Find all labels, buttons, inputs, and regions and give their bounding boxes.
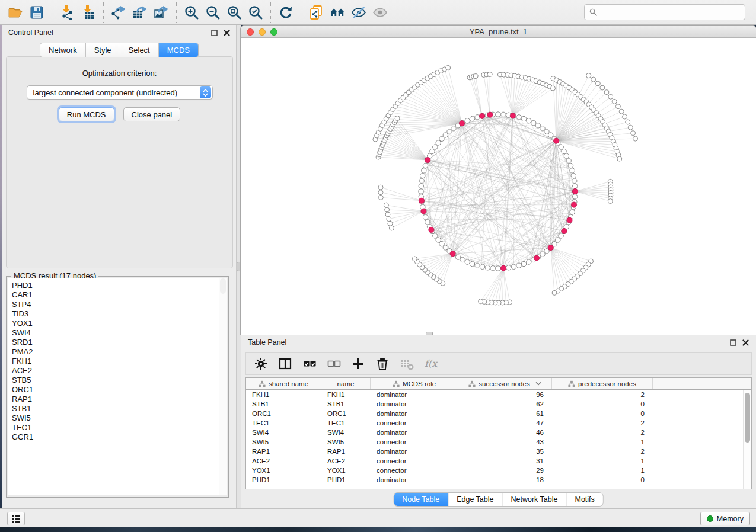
cell-role: connector	[371, 457, 458, 464]
import-network-icon[interactable]	[56, 2, 78, 23]
export-network-icon[interactable]	[108, 2, 129, 23]
vertical-splitter-handle[interactable]	[237, 262, 241, 271]
mcds-result-item[interactable]: SRD1	[8, 338, 219, 347]
table-scrollbar[interactable]	[743, 390, 751, 489]
zoom-selected-icon[interactable]	[245, 2, 266, 23]
mcds-result-item[interactable]: PMA2	[8, 347, 219, 357]
clear-selection-icon[interactable]	[326, 356, 342, 371]
first-neighbors-icon[interactable]	[327, 2, 348, 23]
search-box[interactable]	[584, 4, 745, 20]
search-input[interactable]	[600, 8, 740, 17]
float-table-panel-icon[interactable]	[730, 339, 736, 346]
dropdown-stepper-icon	[200, 86, 211, 98]
close-panel-icon[interactable]	[224, 30, 230, 36]
mcds-result-item[interactable]: FKH1	[8, 357, 219, 366]
cell-shared_name: SWI5	[246, 438, 321, 446]
desktop-wallpaper-strip	[0, 527, 756, 532]
network-window-titlebar[interactable]: YPA_prune.txt_1	[241, 26, 756, 38]
control-panel-tabbar: NetworkStyleSelectMCDS	[40, 43, 198, 57]
memory-button[interactable]: Memory	[700, 512, 750, 525]
mcds-result-item[interactable]: TEC1	[8, 423, 219, 432]
mcds-result-item[interactable]: SWI5	[8, 414, 219, 423]
export-table-icon[interactable]	[129, 2, 151, 23]
optimization-criterion-select[interactable]: largest connected component (undirected)	[27, 85, 213, 100]
mcds-result-item[interactable]: ORC1	[8, 385, 219, 395]
close-panel-button[interactable]: Close panel	[123, 107, 181, 121]
table-row[interactable]: TEC1TEC1connector472	[246, 418, 751, 428]
table-row[interactable]: SWI5SWI5connector431	[246, 437, 751, 447]
cell-successors: 43	[458, 438, 552, 446]
task-history-button[interactable]	[7, 512, 25, 525]
zoom-fit-icon[interactable]	[224, 2, 245, 23]
result-list-scrollbar[interactable]	[219, 278, 227, 495]
delete-row-icon[interactable]	[375, 356, 390, 371]
tab-select[interactable]: Select	[120, 43, 159, 57]
mcds-result-item[interactable]: GCR1	[8, 432, 219, 442]
zoom-out-icon[interactable]	[202, 2, 224, 23]
column-header-shared-name[interactable]: shared name	[246, 378, 321, 389]
open-file-icon[interactable]	[5, 2, 26, 23]
cell-predecessors: 2	[552, 391, 653, 398]
mcds-result-list[interactable]: PHD1CAR1STP4TID3YOX1SWI4SRD1PMA2FKH1ACE2…	[8, 278, 219, 495]
run-mcds-button[interactable]: Run MCDS	[59, 107, 114, 121]
tab-style[interactable]: Style	[86, 43, 120, 57]
network-graph[interactable]	[241, 38, 756, 335]
cell-successors: 31	[458, 457, 552, 464]
table-tabbar: Node TableEdge TableNetwork TableMotifs	[394, 493, 603, 506]
mcds-result-item[interactable]: CAR1	[8, 290, 219, 300]
vertical-splitter[interactable]	[237, 25, 241, 508]
tab-mcds[interactable]: MCDS	[159, 43, 198, 57]
table-row[interactable]: SWI4SWI4dominator462	[246, 428, 751, 437]
cell-shared_name: RAP1	[246, 448, 321, 455]
column-header-MCDS-role[interactable]: MCDS role	[371, 378, 458, 389]
column-header-predecessor-nodes[interactable]: predecessor nodes	[552, 378, 653, 389]
mcds-result-item[interactable]: STP4	[8, 300, 219, 309]
table-scrollbar-thumb[interactable]	[745, 393, 750, 443]
close-table-panel-icon[interactable]	[742, 339, 749, 346]
export-image-icon[interactable]	[151, 2, 172, 23]
column-header-filler	[653, 378, 751, 389]
mcds-result-item[interactable]: TID3	[8, 309, 219, 319]
gear-icon[interactable]	[253, 356, 269, 371]
table-row[interactable]: PHD1PHD1dominator180	[246, 475, 751, 485]
mcds-result-item[interactable]: SWI4	[8, 328, 219, 338]
table-row[interactable]: ORC1ORC1dominator610	[246, 409, 751, 418]
tab-network-table[interactable]: Network Table	[503, 493, 567, 506]
table-row[interactable]: YOX1YOX1connector291	[246, 466, 751, 475]
table-row[interactable]: ACE2ACE2connector311	[246, 456, 751, 466]
mcds-result-item[interactable]: RAP1	[8, 395, 219, 404]
cell-successors: 47	[458, 419, 552, 427]
table-row[interactable]: STB1STB1dominator620	[246, 399, 751, 409]
add-row-icon[interactable]	[350, 356, 366, 371]
import-table-icon[interactable]	[78, 2, 99, 23]
mcds-result-item[interactable]: ACE2	[8, 366, 219, 376]
zoom-in-icon[interactable]	[181, 2, 202, 23]
status-bar: Memory	[0, 508, 756, 527]
column-header-name[interactable]: name	[321, 378, 371, 389]
mcds-result-item[interactable]: STB5	[8, 376, 219, 385]
cell-name: ACE2	[321, 457, 371, 464]
table-row[interactable]: RAP1RAP1dominator352	[246, 447, 751, 456]
duplicate-network-icon[interactable]	[305, 2, 327, 23]
tab-edge-table[interactable]: Edge Table	[448, 493, 502, 506]
mcds-result-item[interactable]: YOX1	[8, 319, 219, 328]
mcds-result-item[interactable]: PHD1	[8, 281, 219, 290]
columns-icon[interactable]	[277, 356, 293, 371]
cell-role: dominator	[371, 448, 458, 455]
tab-motifs[interactable]: Motifs	[566, 493, 602, 506]
show-all-icon	[369, 2, 391, 23]
float-panel-icon[interactable]	[211, 30, 218, 36]
save-session-icon[interactable]	[26, 2, 47, 23]
mcds-result-item[interactable]: STB1	[8, 404, 219, 414]
network-canvas[interactable]	[241, 38, 756, 335]
tab-node-table[interactable]: Node Table	[394, 493, 448, 506]
layout-refresh-icon[interactable]	[275, 2, 296, 23]
column-header-successor-nodes[interactable]: successor nodes	[458, 378, 552, 389]
toolbar-separator	[52, 2, 52, 23]
table-row[interactable]: FKH1FKH1dominator962	[246, 390, 751, 399]
select-all-icon[interactable]	[302, 356, 317, 371]
node-table[interactable]: shared namenameMCDS rolesuccessor nodesp…	[245, 377, 752, 489]
cell-successors: 96	[458, 391, 552, 398]
tab-network[interactable]: Network	[40, 43, 86, 57]
hide-selected-icon[interactable]	[348, 2, 369, 23]
